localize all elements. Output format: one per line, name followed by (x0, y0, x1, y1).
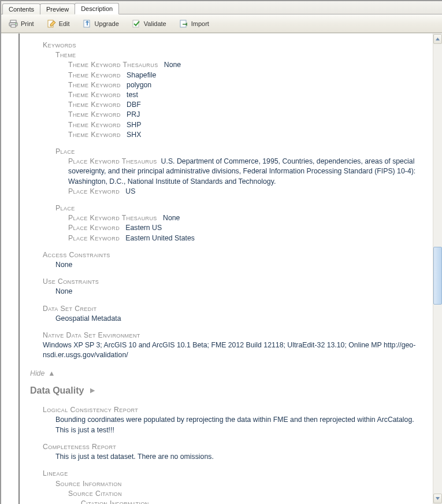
place-keyword-value: US (125, 187, 135, 195)
source-citation-label: Source Citation (68, 489, 421, 499)
button-label: Upgrade (95, 20, 119, 27)
access-constraints-value: None (55, 260, 421, 270)
data-quality-header[interactable]: Data Quality ► (30, 384, 421, 397)
logical-consistency-value: Bounding coordinates were populated by r… (55, 415, 421, 435)
validate-button[interactable]: Validate (128, 17, 170, 31)
import-icon (179, 19, 188, 28)
svg-rect-8 (183, 24, 186, 25)
place-keyword-label: Place Keyword (68, 234, 120, 242)
svg-rect-7 (180, 20, 186, 27)
keywords-header: Keywords (43, 40, 421, 50)
scroll-thumb[interactable] (433, 247, 442, 305)
theme-keyword-label: Theme Keyword (68, 81, 121, 89)
place-thesaurus-label: Place Keyword Thesaurus (68, 157, 157, 165)
place-thesaurus-value: None (163, 214, 180, 222)
theme-keyword-value: DBF (127, 101, 141, 109)
native-env-label: Native Data Set Environment (43, 331, 421, 340)
theme-keyword-label: Theme Keyword (68, 121, 121, 129)
logical-consistency-label: Logical Consistency Report (43, 405, 421, 415)
print-button[interactable]: Print (5, 17, 38, 31)
expand-right-icon: ► (88, 385, 96, 396)
svg-rect-2 (11, 25, 16, 27)
completeness-label: Completeness Report (43, 442, 421, 452)
use-constraints-label: Use Constraints (43, 277, 421, 287)
scroll-up-button[interactable] (433, 34, 442, 44)
use-constraints-value: None (55, 287, 421, 297)
import-button[interactable]: Import (175, 17, 213, 31)
scroll-down-button[interactable] (433, 494, 442, 503)
theme-thesaurus-value: None (164, 61, 181, 69)
theme-keyword-value: PRJ (127, 110, 140, 118)
place-header: Place (55, 203, 421, 213)
button-label: Edit (59, 20, 70, 27)
tab-strip: Contents Preview Description (1, 1, 442, 14)
source-information-label: Source Information (55, 479, 421, 489)
tab-description[interactable]: Description (75, 3, 119, 14)
content-panel: Keywords Theme Theme Keyword Thesaurus N… (1, 33, 442, 504)
button-label: Print (21, 20, 34, 27)
tab-label: Preview (46, 6, 69, 13)
place-keyword-label: Place Keyword (68, 224, 120, 232)
theme-keyword-label: Theme Keyword (68, 131, 121, 139)
button-label: Validate (144, 20, 166, 27)
theme-keyword-label: Theme Keyword (68, 91, 121, 99)
lineage-label: Lineage (43, 469, 421, 479)
place-keyword-label: Place Keyword (68, 187, 120, 195)
theme-thesaurus-label: Theme Keyword Thesaurus (68, 61, 158, 69)
native-env-value: Windows XP SP 3; ArcGIS 10 and ArcGIS 10… (43, 340, 421, 360)
hide-toggle[interactable]: Hide ▲ (30, 369, 421, 379)
svg-point-3 (16, 23, 17, 24)
place-header: Place (55, 147, 421, 157)
tab-label: Description (81, 5, 113, 12)
vertical-rule (18, 34, 20, 504)
citation-information-label: Citation Information (81, 499, 421, 504)
place-keyword-value: Eastern United States (125, 234, 195, 242)
edit-icon (47, 19, 56, 28)
vertical-scrollbar[interactable] (433, 34, 442, 504)
button-label: Import (191, 20, 209, 27)
access-constraints-label: Access Constraints (43, 250, 421, 260)
place-keyword-value: Eastern US (125, 224, 162, 232)
collapse-up-icon: ▲ (48, 369, 55, 379)
theme-keyword-label: Theme Keyword (68, 101, 121, 109)
metadata-content: Keywords Theme Theme Keyword Thesaurus N… (1, 34, 433, 504)
completeness-value: This is just a test dataset. There are n… (55, 452, 421, 462)
data-quality-label: Data Quality (30, 384, 84, 397)
data-set-credit-label: Data Set Credit (43, 304, 421, 314)
theme-keyword-value: test (127, 91, 138, 99)
data-set-credit-value: Geospatial Metadata (55, 314, 421, 324)
tab-preview[interactable]: Preview (40, 3, 75, 14)
theme-keyword-label: Theme Keyword (68, 110, 121, 118)
upgrade-button[interactable]: Upgrade (79, 17, 123, 31)
theme-keyword-label: Theme Keyword (68, 71, 121, 79)
svg-rect-0 (10, 20, 16, 23)
theme-keyword-value: SHX (127, 131, 141, 139)
theme-keyword-value: SHP (127, 121, 141, 129)
hide-label: Hide (30, 369, 44, 379)
upgrade-icon (83, 19, 92, 28)
validate-icon (132, 19, 141, 28)
place-thesaurus-label: Place Keyword Thesaurus (68, 214, 157, 222)
tab-label: Contents (9, 6, 34, 13)
edit-button[interactable]: Edit (43, 17, 74, 31)
theme-header: Theme (55, 50, 421, 60)
scroll-track[interactable] (433, 45, 442, 493)
tab-contents[interactable]: Contents (2, 3, 40, 14)
theme-keyword-value: polygon (127, 81, 151, 89)
theme-keyword-value: Shapefile (127, 71, 156, 79)
printer-icon (9, 19, 18, 28)
toolbar: Print Edit Upgrade Validate Import (1, 14, 442, 33)
